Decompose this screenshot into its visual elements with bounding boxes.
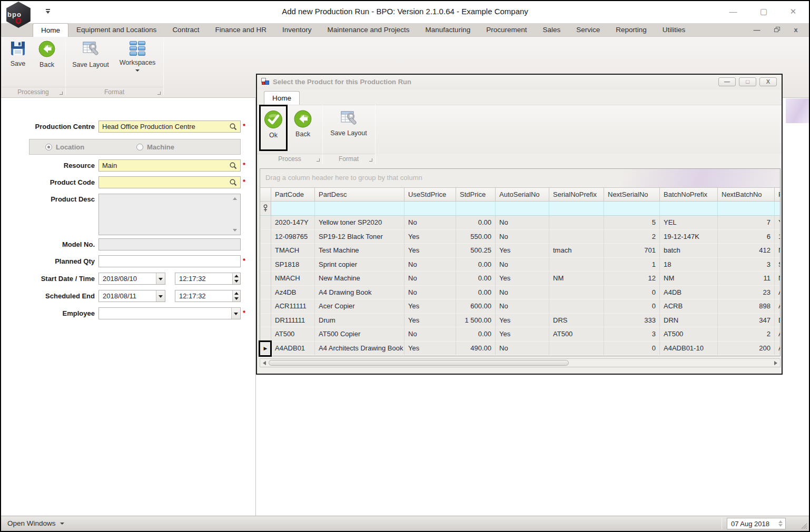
tab-finance-and-hr[interactable]: Finance and HR <box>207 23 274 37</box>
ok-button[interactable]: Ok <box>262 109 284 139</box>
group-launcher-icon[interactable] <box>157 92 161 95</box>
tab-inventory[interactable]: Inventory <box>274 23 320 37</box>
filter-cell-usestdprice[interactable] <box>404 202 456 216</box>
dialog-close-button[interactable]: X <box>759 77 777 86</box>
tab-equipment-and-locations[interactable]: Equipment and Locations <box>68 23 164 37</box>
filter-cell-batchnoprefix[interactable] <box>660 202 718 216</box>
tab-procurement[interactable]: Procurement <box>478 23 535 37</box>
date-spin-buttons[interactable] <box>777 519 784 528</box>
tab-manufacturing[interactable]: Manufacturing <box>418 23 479 37</box>
scroll-left-icon[interactable] <box>263 361 266 365</box>
scroll-right-icon[interactable] <box>774 361 777 365</box>
dialog-back-button[interactable]: Back <box>291 109 315 138</box>
cell: NM <box>660 272 718 286</box>
tab-service[interactable]: Service <box>568 23 608 37</box>
scroll-up-icon[interactable] <box>233 197 237 200</box>
mdi-close-button[interactable]: x <box>789 25 803 35</box>
spin-down-icon[interactable] <box>234 297 239 300</box>
column-header-batchnoprefix[interactable]: BatchNoPrefix <box>660 188 718 202</box>
column-header-partdesc[interactable]: PartDesc <box>315 188 404 202</box>
save-layout-button[interactable]: Save Layout <box>71 40 111 68</box>
table-row[interactable]: ▶A4ADB01A4 Architects Drawing BookYes490… <box>260 342 780 356</box>
table-row[interactable]: 2020-147YYellow toner SP2020No0.00No5YEL… <box>260 216 780 230</box>
back-button[interactable]: Back <box>34 40 60 68</box>
save-button[interactable]: Save <box>5 40 31 67</box>
dialog-maximize-button[interactable]: □ <box>739 77 756 86</box>
grid-horizontal-scrollbar[interactable] <box>260 358 781 367</box>
filter-cell-autoserialno[interactable] <box>496 202 549 216</box>
table-row[interactable]: ACR11111Acer CopierYes600.00No0ACRB898AC <box>260 299 780 314</box>
group-launcher-icon[interactable] <box>60 92 63 95</box>
column-header-serialnoprefix[interactable]: SerialNoPrefix <box>549 188 604 202</box>
scheduled-end-date-picker[interactable]: 2018/08/11 <box>98 290 165 302</box>
column-header-stdprice[interactable]: StdPrice <box>456 188 496 202</box>
column-header-partcode[interactable]: PartCode <box>271 188 315 202</box>
mdi-minimize-button[interactable]: — <box>750 25 764 35</box>
column-header-usestdprice[interactable]: UseStdPrice <box>404 188 456 202</box>
workspaces-button[interactable]: Workspaces <box>116 40 159 74</box>
window-maximize-button[interactable]: ▢ <box>756 5 771 18</box>
table-row[interactable]: NMACHNew MachineNo0.00YesNM12NM11NM <box>260 272 780 286</box>
filter-cell-partcode[interactable] <box>271 202 315 216</box>
table-row[interactable]: TMACHTest MachineYes500.25Yestmach701bat… <box>260 244 780 258</box>
group-launcher-icon[interactable] <box>369 158 372 162</box>
filter-cell-stdprice[interactable] <box>456 202 496 216</box>
quick-access-dropdown-icon[interactable] <box>45 9 51 14</box>
column-header-pr[interactable]: Pr <box>775 188 781 202</box>
status-date-field[interactable]: 07 Aug 2018 <box>727 518 786 529</box>
time-spin-buttons[interactable] <box>232 290 240 302</box>
column-header-nextbatchno[interactable]: NextBatchNo <box>718 188 775 202</box>
search-icon[interactable] <box>229 162 238 170</box>
planned-qty-input[interactable] <box>98 255 241 267</box>
resource-input[interactable] <box>98 159 241 172</box>
spin-down-icon[interactable] <box>234 280 239 283</box>
production-centre-input[interactable] <box>98 121 241 133</box>
radio-machine[interactable]: Machine <box>136 143 174 151</box>
open-windows-button[interactable]: Open Windows <box>7 519 64 527</box>
filter-cell-serialnoprefix[interactable] <box>549 202 604 216</box>
group-launcher-icon[interactable] <box>317 158 320 162</box>
search-icon[interactable] <box>229 178 238 187</box>
column-header-nextserialno[interactable]: NextSerialNo <box>604 188 660 202</box>
table-row[interactable]: DR111111DrumYes1 500.00YesDRS333DRN347Dr <box>260 314 780 328</box>
dialog-minimize-button[interactable]: — <box>718 77 736 86</box>
table-row[interactable]: SP1818Sprint copierNo0.00No1183SP <box>260 258 780 272</box>
table-row[interactable]: 12-098765SP19-12 Black TonerYes550.00No2… <box>260 230 780 244</box>
start-date-picker[interactable]: 2018/08/10 <box>98 273 165 285</box>
filter-cell-nextbatchno[interactable] <box>718 202 775 216</box>
product-desc-textarea[interactable] <box>98 194 241 235</box>
filter-cell-nextserialno[interactable] <box>604 202 660 216</box>
start-time-spinner[interactable]: 12:17:32 <box>175 273 241 285</box>
grid-groupby-bar[interactable]: Drag a column header here to group by th… <box>260 169 780 188</box>
dialog-tab-home[interactable]: Home <box>264 91 300 105</box>
table-row[interactable]: AT500AT500 CopierNo0.00YesAT5003AT5002AT <box>260 327 780 342</box>
spin-up-icon[interactable] <box>234 292 239 295</box>
mdi-restore-button[interactable] <box>770 25 784 35</box>
resize-grip-icon[interactable] <box>800 522 807 529</box>
spin-up-icon[interactable] <box>234 275 239 277</box>
filter-cell-partdesc[interactable] <box>315 202 404 216</box>
scrollbar-thumb[interactable] <box>269 360 569 366</box>
dialog-save-layout-button[interactable]: Save Layout <box>328 109 370 137</box>
tab-sales[interactable]: Sales <box>535 23 568 37</box>
date-dropdown-button[interactable] <box>156 290 165 302</box>
filter-cell-pr[interactable] <box>775 202 781 216</box>
window-close-button[interactable]: ✕ <box>786 5 801 18</box>
radio-location[interactable]: Location <box>45 143 84 151</box>
date-dropdown-button[interactable] <box>156 273 165 284</box>
employee-combobox[interactable] <box>98 307 241 319</box>
tab-contract[interactable]: Contract <box>164 23 207 37</box>
window-minimize-button[interactable]: — <box>726 5 740 18</box>
search-icon[interactable] <box>229 123 238 131</box>
tab-reporting[interactable]: Reporting <box>608 23 655 37</box>
combo-dropdown-button[interactable] <box>231 308 240 319</box>
table-row[interactable]: Az4DBA4 Drawing BookNo0.00No0A4DB23A4 <box>260 286 780 300</box>
column-header-autoserialno[interactable]: AutoSerialNo <box>496 188 549 202</box>
scheduled-end-time-spinner[interactable]: 12:17:32 <box>175 290 241 302</box>
tab-utilities[interactable]: Utilities <box>655 23 694 37</box>
time-spin-buttons[interactable] <box>232 273 240 284</box>
product-code-input[interactable] <box>98 176 241 188</box>
tab-maintenance-and-projects[interactable]: Maintenance and Projects <box>320 23 418 37</box>
scroll-down-icon[interactable] <box>233 229 237 232</box>
tab-home[interactable]: Home <box>33 23 68 37</box>
